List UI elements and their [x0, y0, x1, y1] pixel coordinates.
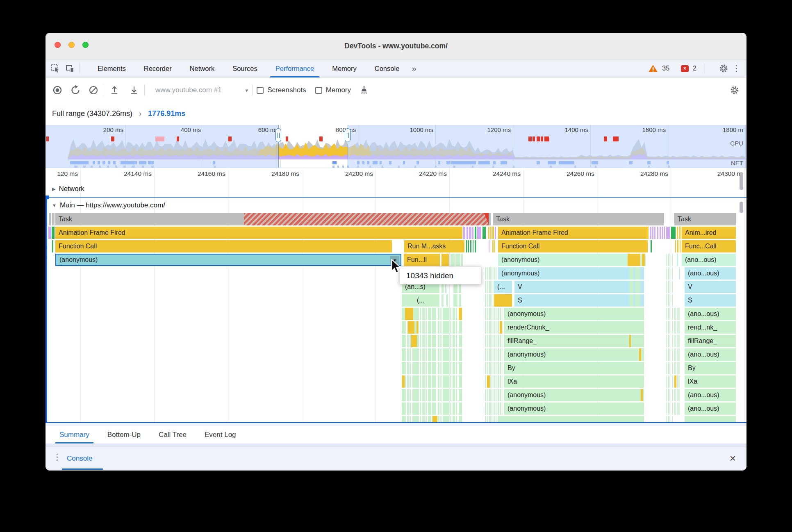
- flame-bar[interactable]: [410, 362, 411, 374]
- flame-bar[interactable]: [671, 227, 676, 239]
- flame-bar[interactable]: [407, 389, 409, 401]
- flame-bar[interactable]: [450, 335, 451, 347]
- flame-bar[interactable]: [432, 389, 436, 401]
- flame-bar[interactable]: [494, 321, 495, 334]
- flame-bar-[interactable]: (...: [494, 281, 512, 293]
- flame-bar[interactable]: [450, 375, 451, 388]
- flame-bar[interactable]: [440, 308, 442, 320]
- tab-sources[interactable]: Sources: [232, 59, 257, 77]
- flame-bar[interactable]: [453, 308, 455, 320]
- flame-bar[interactable]: [453, 402, 455, 415]
- flame-bar[interactable]: [672, 348, 673, 361]
- flame-bar[interactable]: [420, 416, 421, 422]
- flame-bar[interactable]: [440, 416, 442, 422]
- flame-bar-anonymous[interactable]: (anonymous): [504, 348, 644, 361]
- details-tab-bottom-up[interactable]: Bottom-Up: [107, 426, 141, 443]
- flame-bar[interactable]: [666, 375, 667, 388]
- flame-bar[interactable]: [420, 308, 421, 320]
- flame-bar[interactable]: [672, 294, 673, 307]
- flame-bar[interactable]: [668, 348, 669, 361]
- flame-bar[interactable]: [402, 362, 406, 374]
- flame-bar[interactable]: [412, 362, 419, 374]
- flame-bar[interactable]: [453, 335, 455, 347]
- flame-bar[interactable]: [485, 362, 486, 374]
- flame-bar-func-call[interactable]: Func...Call: [682, 240, 736, 252]
- flame-bar[interactable]: [674, 308, 676, 320]
- flame-bar[interactable]: [407, 348, 409, 361]
- flame-bar-ano-ous[interactable]: (ano...ous): [685, 348, 736, 361]
- flame-bar[interactable]: [428, 362, 431, 374]
- flame-bar-task[interactable]: Task: [674, 213, 736, 225]
- flame-bar[interactable]: [492, 267, 492, 280]
- flame-bar[interactable]: [456, 416, 457, 422]
- flame-bar[interactable]: [428, 389, 431, 401]
- device-toolbar-icon[interactable]: [65, 64, 75, 73]
- flame-bar[interactable]: [672, 402, 673, 415]
- flame-bar[interactable]: [677, 402, 678, 415]
- flame-bar[interactable]: [438, 362, 439, 374]
- target-selector[interactable]: www.youtube.com #1 ▾: [155, 86, 248, 94]
- flame-bar[interactable]: [650, 227, 651, 239]
- flame-bar[interactable]: [402, 416, 406, 422]
- flame-bar[interactable]: [685, 416, 736, 422]
- flame-bar[interactable]: [453, 416, 455, 422]
- flame-bar[interactable]: [426, 389, 427, 401]
- flame-bar[interactable]: [485, 375, 486, 388]
- flame-bar[interactable]: [485, 281, 486, 293]
- flame-bar[interactable]: [443, 375, 449, 388]
- full-range-crumb[interactable]: Full range (34307.26ms): [52, 109, 132, 118]
- flame-bar[interactable]: [450, 389, 451, 401]
- flame-bar[interactable]: [485, 335, 486, 347]
- flame-bar[interactable]: [494, 267, 495, 280]
- flame-bar[interactable]: [678, 321, 680, 334]
- timeline-overview[interactable]: CPU NET 200 ms400 ms600 ms800 ms1000 ms1…: [46, 125, 746, 168]
- flame-bar-fillrange[interactable]: fillRange_: [504, 335, 644, 347]
- selection-handle[interactable]: [275, 128, 281, 142]
- flame-bar[interactable]: [494, 348, 495, 361]
- flame-bar[interactable]: [450, 416, 451, 422]
- flame-bar[interactable]: [456, 321, 457, 334]
- flame-bar[interactable]: [443, 362, 449, 374]
- flame-bar[interactable]: [500, 362, 501, 374]
- tab-elements[interactable]: Elements: [98, 59, 126, 77]
- flame-bar[interactable]: [629, 335, 631, 347]
- flame-bar[interactable]: [438, 348, 439, 361]
- flame-bar[interactable]: [629, 294, 633, 307]
- flame-bar[interactable]: [456, 402, 457, 415]
- flame-bar[interactable]: [52, 227, 55, 239]
- flame-bar[interactable]: [668, 321, 669, 334]
- flame-bar[interactable]: [438, 416, 439, 422]
- flame-bar[interactable]: [500, 402, 501, 415]
- error-count[interactable]: 2: [693, 65, 696, 72]
- flame-bar[interactable]: [438, 402, 439, 415]
- flame-bar[interactable]: [459, 402, 462, 415]
- flame-bar[interactable]: [402, 375, 405, 388]
- flame-bar[interactable]: [652, 227, 653, 239]
- flame-bar[interactable]: [642, 254, 645, 266]
- flame-bar[interactable]: [432, 416, 437, 422]
- clear-icon[interactable]: [87, 84, 100, 96]
- flame-bar[interactable]: [422, 308, 425, 320]
- flame-bar[interactable]: [485, 294, 486, 307]
- flame-bar[interactable]: [485, 416, 486, 422]
- flame-bar[interactable]: [440, 335, 442, 347]
- flame-bar[interactable]: [488, 227, 489, 239]
- flame-bar[interactable]: [503, 335, 503, 347]
- network-track-header[interactable]: ▶ Network: [46, 181, 746, 197]
- flame-bar[interactable]: [482, 227, 486, 239]
- flame-bar[interactable]: [407, 362, 409, 374]
- flame-bar[interactable]: [467, 227, 468, 239]
- flame-bar[interactable]: [674, 335, 676, 347]
- flame-bar[interactable]: [489, 281, 491, 293]
- flame-bar[interactable]: [494, 362, 495, 374]
- vertical-scrollbar-thumb[interactable]: [740, 172, 743, 190]
- flame-bar[interactable]: [426, 321, 427, 334]
- flame-bar[interactable]: [680, 240, 680, 252]
- flame-bar[interactable]: [666, 389, 667, 401]
- flame-bar[interactable]: [654, 227, 655, 239]
- flame-bar[interactable]: [672, 416, 673, 422]
- flame-bar[interactable]: [680, 227, 681, 239]
- flame-bar[interactable]: [459, 321, 462, 334]
- flame-bar[interactable]: [660, 227, 661, 239]
- flame-bar[interactable]: [402, 402, 406, 415]
